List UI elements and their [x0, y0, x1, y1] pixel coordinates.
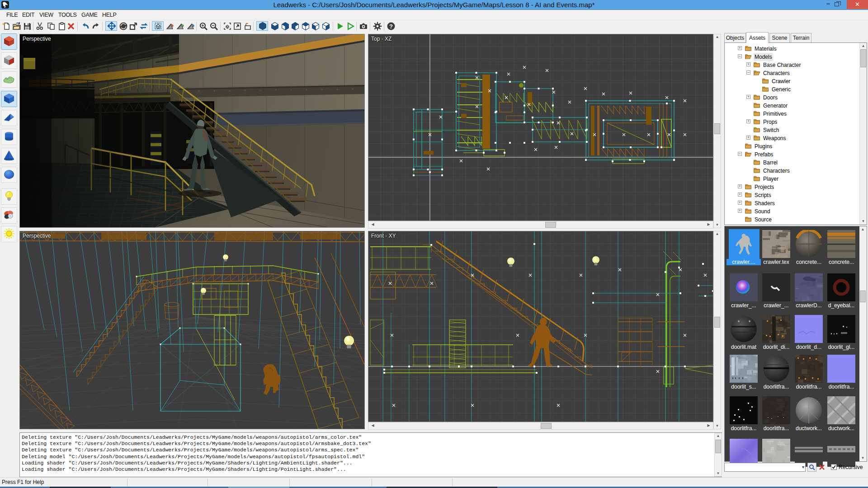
svg-text:?: ? [389, 23, 393, 30]
